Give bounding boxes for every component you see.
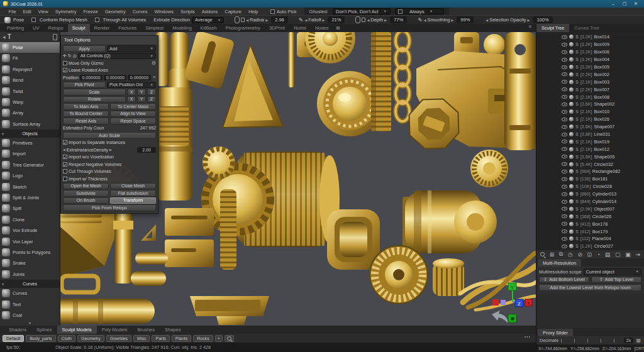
volume-sphere-icon[interactable] bbox=[569, 72, 574, 77]
export-icon[interactable]: ⇥ bbox=[635, 251, 640, 258]
volume-sphere-icon[interactable] bbox=[569, 132, 574, 136]
sculpt-tree-item[interactable]: S [136] Box181 bbox=[536, 175, 644, 183]
volume-sphere-icon[interactable] bbox=[569, 199, 574, 204]
sidebar-item[interactable]: Surface Array bbox=[0, 118, 60, 129]
option-checkbox[interactable]: Import w/ Thickness bbox=[63, 175, 156, 182]
sidebar-item[interactable]: Text bbox=[0, 299, 60, 309]
parameter-value[interactable]: 100% bbox=[533, 16, 552, 23]
part-turbine-disc[interactable] bbox=[370, 246, 428, 304]
clear-position-icon[interactable]: ✕ bbox=[153, 75, 156, 80]
visibility-eye-icon[interactable] bbox=[562, 110, 567, 114]
asset-tab[interactable]: Poly Models bbox=[97, 326, 133, 334]
sculpt-tree-item[interactable]: S [984] Rectangle082 bbox=[536, 168, 644, 175]
decrease-arrow-icon[interactable]: ◀ bbox=[424, 18, 426, 22]
part-drum[interactable] bbox=[433, 258, 464, 296]
category-chip[interactable]: Body_parts bbox=[26, 335, 55, 342]
tool-options-title[interactable]: Tool Options bbox=[61, 36, 158, 44]
sidebar-item[interactable]: Curves bbox=[0, 288, 60, 299]
mode-dropdown[interactable]: Add ▼ bbox=[107, 45, 156, 52]
volume-sphere-icon[interactable] bbox=[569, 95, 574, 99]
surface-mode-flag[interactable]: S bbox=[575, 109, 579, 114]
sculpt-tree-item[interactable]: S [2.1K] Box003 bbox=[536, 78, 644, 85]
sculpt-tree-item[interactable]: S [10K] Circle028 bbox=[536, 183, 644, 190]
visibility-eye-icon[interactable] bbox=[562, 140, 567, 143]
sculpt-tree-item[interactable]: S [2.1K] Box008 bbox=[536, 93, 644, 101]
surface-mode-flag[interactable]: S bbox=[575, 79, 579, 85]
part-ribbed-strip[interactable] bbox=[371, 32, 391, 131]
sidebar-item[interactable]: Fit bbox=[0, 53, 60, 63]
align-button[interactable]: Reset Axis bbox=[63, 118, 109, 124]
search-icon[interactable] bbox=[540, 252, 545, 256]
parameter-value[interactable]: 21% bbox=[328, 16, 345, 23]
sculpt-tree-item[interactable]: S [3.2K] Box014 bbox=[536, 33, 644, 41]
rotate-axis-button[interactable]: X bbox=[127, 96, 136, 103]
category-chip[interactable]: Misc bbox=[133, 335, 150, 342]
volume-sphere-icon[interactable] bbox=[569, 214, 574, 219]
sidebar-item[interactable]: Pose bbox=[0, 42, 60, 53]
maximize-button[interactable]: ▢ bbox=[619, 1, 630, 8]
surface-mode-flag[interactable]: S bbox=[575, 94, 579, 100]
panel-toggle-icon[interactable] bbox=[53, 34, 57, 40]
sidebar-item[interactable]: Vox Extrude bbox=[0, 225, 60, 236]
surface-mode-flag[interactable]: S bbox=[575, 131, 579, 137]
density-value[interactable]: 2.00 bbox=[137, 147, 156, 153]
part-ribbed-wheel[interactable] bbox=[470, 150, 508, 187]
move-only-gizmo-checkbox[interactable]: Move Only Gizmo ⚙ bbox=[63, 60, 156, 67]
sidebar-scroll-arrow[interactable]: ▾ bbox=[0, 321, 60, 326]
surface-mode-flag[interactable]: S bbox=[575, 162, 579, 167]
decrease-arrow-icon[interactable]: ◀ bbox=[63, 148, 65, 151]
increase-arrow-icon[interactable]: ▶ bbox=[451, 18, 453, 22]
asset-tab[interactable]: Shaders bbox=[4, 326, 31, 334]
visibility-eye-icon[interactable] bbox=[562, 170, 567, 173]
scale-axis-button[interactable]: Y bbox=[137, 89, 146, 96]
layers-icon[interactable]: ▤ bbox=[605, 251, 611, 258]
visibility-eye-icon[interactable] bbox=[562, 222, 567, 226]
position-input[interactable]: 0.000000 bbox=[128, 75, 150, 81]
add-lowest-level-button[interactable]: Add the Lowest Level from Retopo room bbox=[539, 284, 641, 291]
visibility-eye-icon[interactable] bbox=[562, 43, 567, 47]
text-tool-icon[interactable]: T bbox=[8, 33, 11, 40]
brush-parameter[interactable]: ◀ Radius ▶ 2.96 bbox=[231, 16, 288, 23]
menu-item[interactable]: Edit bbox=[19, 8, 35, 15]
part-ribbed-column[interactable] bbox=[156, 87, 192, 201]
menu-item[interactable]: Curves bbox=[129, 8, 151, 15]
decimate-slider[interactable] bbox=[561, 339, 621, 343]
volume-sphere-icon[interactable] bbox=[569, 236, 574, 241]
sculpt-tree-item[interactable]: S [2.1K] Box019 bbox=[536, 138, 644, 145]
sculpt-tree-item[interactable]: S [1.2K] Circle027 bbox=[536, 243, 644, 250]
volume-sphere-icon[interactable] bbox=[569, 147, 574, 151]
volume-sphere-icon[interactable] bbox=[569, 184, 574, 189]
sculpt-tree-item[interactable]: S [2.9K] Object007 bbox=[536, 205, 644, 212]
volume-sphere-icon[interactable] bbox=[569, 117, 574, 121]
add-bottom-level-button[interactable]: ⇩ Add Bottom Level bbox=[539, 277, 589, 283]
sculpt-tree-item[interactable]: S [2.1K] Box026 bbox=[536, 116, 644, 123]
multires-scope-dropdown[interactable]: Current object ▼ bbox=[584, 268, 641, 275]
visibility-eye-icon[interactable] bbox=[562, 95, 567, 99]
always-dropdown[interactable]: Always ▼ bbox=[395, 8, 444, 14]
asset-tab[interactable]: Splines bbox=[31, 326, 57, 334]
visibility-eye-icon[interactable] bbox=[562, 245, 567, 248]
position-input[interactable]: 0.000000 bbox=[104, 75, 126, 81]
visibility-eye-icon[interactable] bbox=[562, 229, 567, 233]
sculpt-tree-item[interactable]: S [368] Circle026 bbox=[536, 212, 644, 220]
sculpt-tree-item[interactable]: S [2.1K] Box010 bbox=[536, 108, 644, 116]
surface-mode-flag[interactable]: S bbox=[575, 154, 579, 160]
add-category-button[interactable]: + bbox=[215, 335, 223, 342]
volume-sphere-icon[interactable] bbox=[569, 244, 574, 248]
minimize-button[interactable]: – bbox=[608, 1, 618, 8]
decimate-value[interactable]: 2x bbox=[624, 338, 634, 343]
sculpt-tree-item[interactable]: S [412] Box179 bbox=[536, 228, 644, 235]
add-room-icon[interactable]: ⊞ bbox=[333, 24, 343, 32]
part-knob[interactable] bbox=[484, 34, 505, 55]
sidebar-item[interactable]: Coat bbox=[0, 310, 60, 321]
surface-mode-flag[interactable]: S bbox=[575, 243, 579, 249]
right-panel-tab[interactable]: Curves Tree bbox=[569, 24, 604, 32]
volume-sphere-icon[interactable] bbox=[569, 140, 574, 144]
category-chip[interactable]: Default bbox=[3, 335, 24, 342]
surface-mode-flag[interactable]: S bbox=[575, 191, 579, 197]
surface-mode-flag[interactable]: S bbox=[575, 57, 579, 62]
surface-mode-flag[interactable]: S bbox=[575, 41, 579, 47]
sculpt-tree-item[interactable]: S [3.6K] Shape005 bbox=[536, 153, 644, 160]
room-tab[interactable]: Nodes bbox=[311, 24, 333, 32]
visibility-eye-icon[interactable] bbox=[562, 35, 567, 39]
